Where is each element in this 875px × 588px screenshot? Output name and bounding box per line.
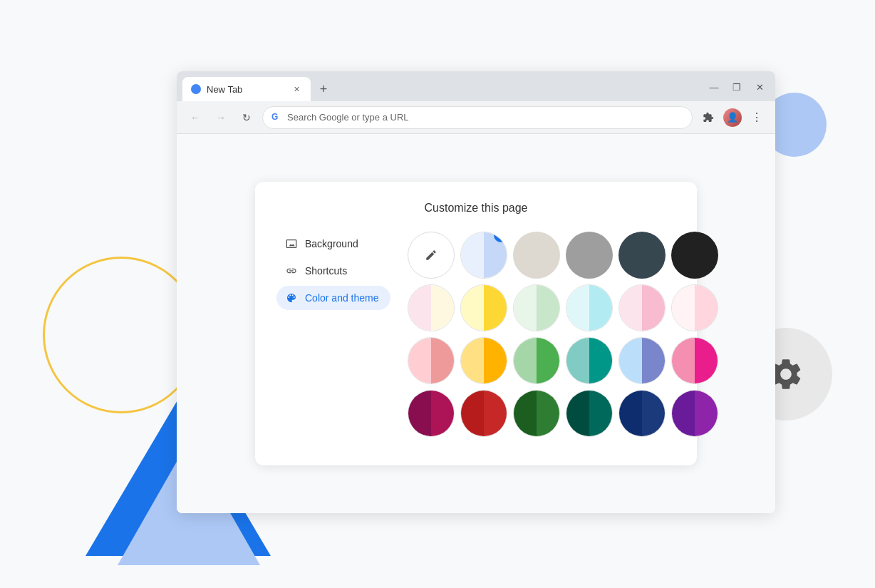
background-label: Background [305,238,358,249]
color-white-blue[interactable]: ✓ [460,232,507,279]
shortcuts-label: Shortcuts [305,265,347,277]
customize-panel: Customize this page Background Shor [255,182,697,465]
browser-window: New Tab ✕ + — ❐ ✕ ← → ↻ G Search Google … [177,71,775,513]
color-row-1: ✓ [408,232,718,279]
maximize-button[interactable]: ❐ [728,78,745,96]
minimize-button[interactable]: — [705,78,723,96]
panel-title: Customize this page [276,202,675,215]
nav-item-shortcuts[interactable]: Shortcuts [276,259,390,283]
background-icon [285,237,298,250]
color-burgundy[interactable] [408,390,455,437]
color-purple[interactable] [671,390,718,437]
color-teal[interactable] [566,337,613,384]
color-hot-pink[interactable] [671,337,718,384]
color-row-4 [408,390,718,437]
color-yellow[interactable] [460,284,507,331]
url-bar[interactable]: G Search Google or type a URL [262,106,693,129]
nav-item-background[interactable]: Background [276,232,390,256]
color-cyan-light[interactable] [566,284,613,331]
toolbar-icons: 👤 ⋮ [698,108,767,128]
color-mint-light[interactable] [513,284,560,331]
google-logo: G [271,112,283,123]
extensions-button[interactable] [698,108,718,128]
color-row-2 [408,284,718,331]
back-button[interactable]: ← [185,108,205,128]
color-theme-icon [285,292,298,304]
color-peach[interactable] [408,337,455,384]
menu-button[interactable]: ⋮ [747,108,767,128]
color-theme-label: Color and theme [305,292,379,304]
color-medium-gray[interactable] [566,232,613,279]
color-navy[interactable] [618,390,666,437]
reload-button[interactable]: ↻ [237,108,257,128]
color-periwinkle[interactable] [618,337,666,384]
custom-color-button[interactable] [408,232,455,279]
tab-favicon [191,84,201,94]
close-button[interactable]: ✕ [751,78,768,96]
color-forest-green[interactable] [513,390,560,437]
color-dark-slate[interactable] [618,232,666,279]
profile-button[interactable]: 👤 [723,108,742,128]
color-lavender-light[interactable] [618,284,666,331]
address-bar: ← → ↻ G Search Google or type a URL 👤 ⋮ [177,101,775,134]
panel-nav: Background Shortcuts Color and theme [276,232,390,443]
url-text: Search Google or type a URL [287,112,683,123]
profile-avatar: 👤 [723,108,742,127]
title-bar: New Tab ✕ + — ❐ ✕ [177,71,775,101]
tab-title: New Tab [207,84,285,95]
color-pink-light[interactable] [671,284,718,331]
color-green[interactable] [513,337,560,384]
forward-button[interactable]: → [211,108,231,128]
window-controls: — ❐ ✕ [705,78,768,96]
tab-close-button[interactable]: ✕ [291,83,302,95]
nav-item-color-theme[interactable]: Color and theme [276,286,390,310]
color-grid-area: ✓ [408,232,718,443]
color-black[interactable] [671,232,718,279]
panel-body: Background Shortcuts Color and theme [276,232,675,443]
color-crimson[interactable] [460,390,507,437]
deco-circle-yellow [43,257,200,413]
color-dark-teal[interactable] [566,390,613,437]
color-light-gray[interactable] [513,232,560,279]
browser-tab[interactable]: New Tab ✕ [182,77,311,101]
color-orange[interactable] [460,337,507,384]
page-content: Customize this page Background Shor [177,134,775,513]
new-tab-button[interactable]: + [314,79,333,99]
color-row-3 [408,337,718,384]
color-peach-light[interactable] [408,284,455,331]
shortcuts-icon [285,264,298,277]
